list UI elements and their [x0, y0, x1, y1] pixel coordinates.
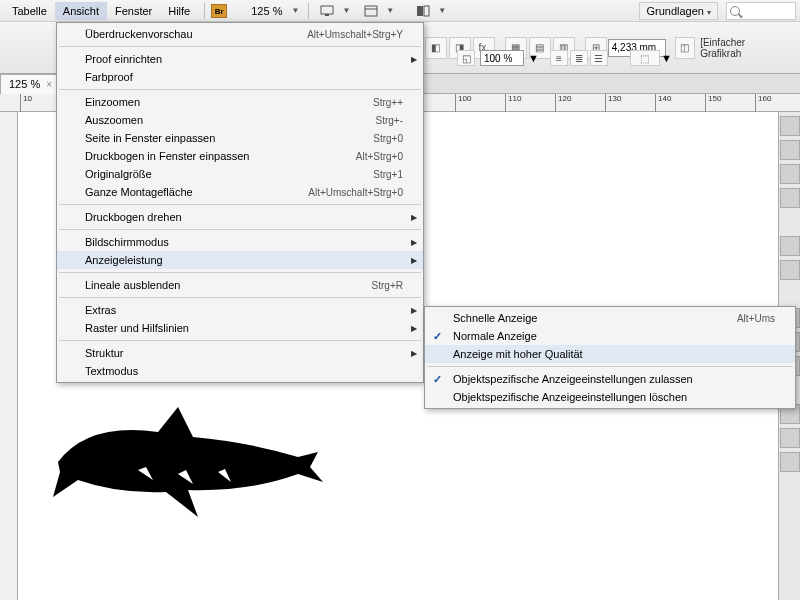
checkmark-icon: ✓ — [433, 330, 442, 343]
menu-item[interactable]: Extras▶ — [57, 301, 423, 319]
menu-item[interactable]: Textmodus — [57, 362, 423, 380]
screen-mode-icon[interactable] — [317, 2, 337, 20]
menu-item[interactable]: Seite in Fenster einpassenStrg+0 — [57, 129, 423, 147]
submenu-arrow-icon: ▶ — [411, 55, 417, 64]
style-label: [Einfacher Grafikrah — [696, 37, 786, 59]
menu-item[interactable]: ✓Normale Anzeige — [425, 327, 795, 345]
ruler-vertical — [0, 112, 18, 600]
submenu-arrow-icon: ▶ — [411, 306, 417, 315]
svg-rect-2 — [365, 6, 377, 16]
checkmark-icon: ✓ — [433, 373, 442, 386]
menu-ansicht[interactable]: Ansicht — [55, 2, 107, 20]
panel-icon[interactable] — [780, 188, 800, 208]
align-icon-1[interactable]: ≡ — [550, 50, 568, 66]
menu-item[interactable]: ✓Objektspezifische Anzeigeeinstellungen … — [425, 370, 795, 388]
menu-tabelle[interactable]: Tabelle — [4, 2, 55, 20]
panel-icon[interactable] — [780, 452, 800, 472]
zoom-level[interactable]: 125 % — [245, 5, 288, 17]
svg-rect-4 — [417, 6, 423, 16]
submenu-arrow-icon: ▶ — [411, 238, 417, 247]
menu-item[interactable]: ÜberdruckenvorschauAlt+Umschalt+Strg+Y — [57, 25, 423, 43]
menu-item[interactable]: OriginalgrößeStrg+1 — [57, 165, 423, 183]
panel-icon[interactable] — [780, 140, 800, 160]
arrange-icon[interactable] — [413, 2, 433, 20]
search-icon — [730, 6, 740, 16]
ansicht-menu: ÜberdruckenvorschauAlt+Umschalt+Strg+YPr… — [56, 22, 424, 383]
menu-item[interactable]: Druckbogen drehen▶ — [57, 208, 423, 226]
svg-rect-1 — [325, 14, 329, 16]
frame-icon[interactable]: ◫ — [675, 37, 695, 59]
menu-item[interactable]: Farbproof — [57, 68, 423, 86]
menu-item[interactable]: Struktur▶ — [57, 344, 423, 362]
menu-item[interactable]: Objektspezifische Anzeigeeinstellungen l… — [425, 388, 795, 406]
document-tab[interactable]: 125 %× — [0, 74, 61, 94]
submenu-arrow-icon: ▶ — [411, 213, 417, 222]
menu-item[interactable]: Ganze MontageflächeAlt+Umschalt+Strg+0 — [57, 183, 423, 201]
view-options-icon[interactable] — [361, 2, 381, 20]
search-input[interactable] — [726, 2, 796, 20]
menubar: Tabelle Ansicht Fenster Hilfe Br 125 % ▼… — [0, 0, 800, 22]
menu-item[interactable]: Bildschirmmodus▶ — [57, 233, 423, 251]
menu-item[interactable]: Druckbogen in Fenster einpassenAlt+Strg+… — [57, 147, 423, 165]
corner-icon[interactable]: ⬚ — [630, 50, 660, 66]
menu-item[interactable]: AuszoomenStrg+- — [57, 111, 423, 129]
close-tab-icon[interactable]: × — [46, 79, 52, 90]
menu-item[interactable]: Schnelle AnzeigeAlt+Ums — [425, 309, 795, 327]
menu-item[interactable]: Proof einrichten▶ — [57, 50, 423, 68]
menu-fenster[interactable]: Fenster — [107, 2, 160, 20]
workspace-selector[interactable]: Grundlagen ▾ — [639, 2, 718, 20]
submenu-arrow-icon: ▶ — [411, 349, 417, 358]
align-icon-3[interactable]: ☰ — [590, 50, 608, 66]
align-icon-2[interactable]: ≣ — [570, 50, 588, 66]
panel-icon[interactable] — [780, 164, 800, 184]
submenu-arrow-icon: ▶ — [411, 324, 417, 333]
shark-graphic[interactable] — [48, 402, 328, 522]
bridge-icon[interactable]: Br — [211, 4, 227, 18]
menu-item[interactable]: Lineale ausblendenStrg+R — [57, 276, 423, 294]
anzeigeleistung-submenu: Schnelle AnzeigeAlt+Ums✓Normale AnzeigeA… — [424, 306, 796, 409]
submenu-arrow-icon: ▶ — [411, 256, 417, 265]
zoom-100-field[interactable]: 100 % — [480, 50, 524, 66]
svg-rect-0 — [321, 6, 333, 14]
panel-icon[interactable] — [780, 428, 800, 448]
panel-icon[interactable] — [780, 236, 800, 256]
panel-icon[interactable] — [780, 260, 800, 280]
menu-item[interactable]: Anzeigeleistung▶ — [57, 251, 423, 269]
menu-item[interactable]: EinzoomenStrg++ — [57, 93, 423, 111]
menu-item[interactable]: Raster und Hilfslinien▶ — [57, 319, 423, 337]
svg-rect-5 — [424, 6, 429, 16]
panel-icon[interactable] — [780, 116, 800, 136]
zoom-dropdown-icon[interactable]: ▼ — [288, 6, 302, 15]
small-icon-1[interactable]: ◱ — [457, 50, 475, 66]
menu-item[interactable]: Anzeige mit hoher Qualität — [425, 345, 795, 363]
menu-hilfe[interactable]: Hilfe — [160, 2, 198, 20]
